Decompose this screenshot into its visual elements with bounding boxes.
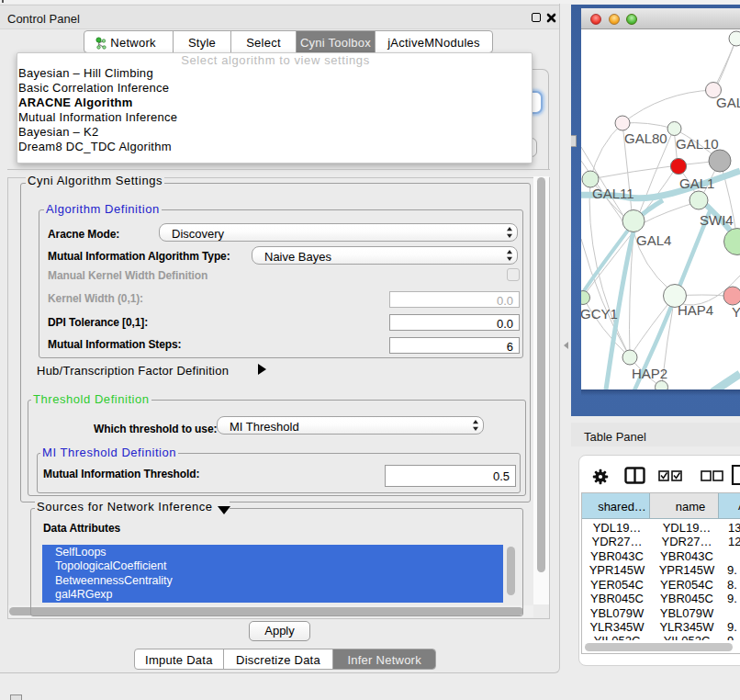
- svg-text:GCY1: GCY1: [581, 306, 618, 322]
- svg-text:GAL11: GAL11: [592, 186, 634, 201]
- svg-text:GAL10: GAL10: [676, 136, 719, 152]
- svg-text:GAL80: GAL80: [624, 130, 667, 146]
- svg-text:GAL: GAL: [716, 95, 740, 110]
- svg-text:HAP4: HAP4: [678, 302, 713, 318]
- svg-text:Y: Y: [732, 304, 740, 320]
- svg-text:GAL4: GAL4: [636, 232, 671, 248]
- svg-text:HAP2: HAP2: [632, 366, 667, 381]
- svg-text:SWI4: SWI4: [700, 212, 734, 228]
- svg-text:GAL1: GAL1: [679, 175, 714, 191]
